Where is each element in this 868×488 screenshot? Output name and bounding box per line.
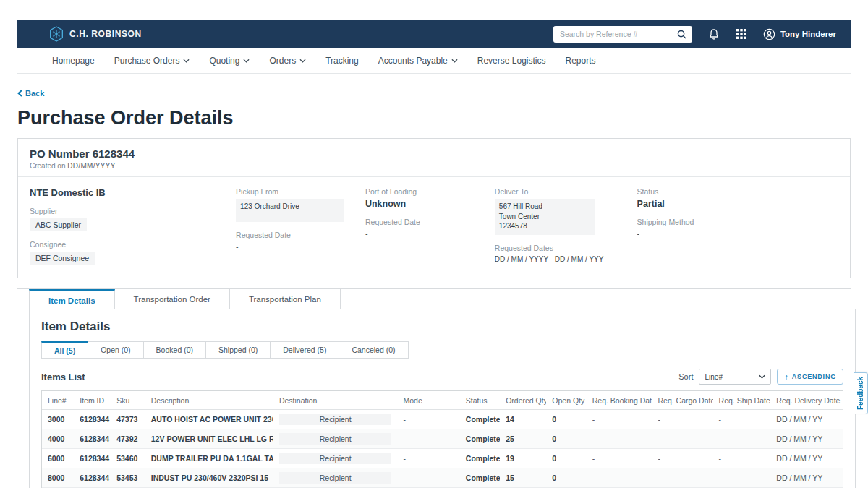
cell-req-cargo-date: - <box>652 449 712 468</box>
table-row: 3000 6128344 47373 AUTO HOIST AC POWER U… <box>42 410 843 429</box>
col-status: Status <box>460 391 500 410</box>
user-menu[interactable]: Tony Hinderer <box>763 28 836 40</box>
feedback-button[interactable]: Feedback <box>854 372 868 414</box>
chr-hexagon-logo-icon <box>49 26 64 42</box>
cell-sku: 53460 <box>111 449 145 468</box>
notifications-bell-icon[interactable] <box>708 28 720 40</box>
cell-req-booking-date: - <box>587 429 652 449</box>
cell-ordered-qty: 14 <box>500 410 546 429</box>
cell-req-delivery-date: DD / MM / YY <box>770 410 843 429</box>
supplier-value: ABC Supplier <box>30 218 87 231</box>
nav-accounts-payable[interactable]: Accounts Payable <box>378 56 458 66</box>
global-search <box>553 26 692 43</box>
filter-tab-canceled[interactable]: Canceled (0) <box>339 341 408 359</box>
shipping-method-value: - <box>637 229 838 238</box>
cell-req-ship-date: - <box>713 429 771 449</box>
cell-ordered-qty: 15 <box>500 468 546 488</box>
chevron-left-icon <box>17 90 22 97</box>
cell-line: 3000 <box>42 410 74 429</box>
po-number: PO Number 6128344 <box>30 147 838 160</box>
nav-purchase-orders[interactable]: Purchase Orders <box>114 56 190 66</box>
nav-orders[interactable]: Orders <box>269 56 306 66</box>
tab-transportation-plan[interactable]: Transportation Plan <box>230 289 341 310</box>
main-nav: Homepage Purchase Orders Quoting Orders … <box>17 48 851 74</box>
cell-req-booking-date: - <box>587 410 652 429</box>
apps-grid-icon[interactable] <box>736 28 747 40</box>
requested-dates-label: Requested Dates <box>495 244 637 252</box>
col-req-booking-date: Req. Booking Date <box>587 391 652 410</box>
items-list-heading: Items List <box>41 372 85 382</box>
sort-label: Sort <box>678 372 693 381</box>
col-req-cargo-date: Req. Cargo Date <box>652 391 712 410</box>
cell-item-id: 6128344 <box>74 449 111 468</box>
status-label: Status <box>637 187 838 196</box>
sort-controls: Sort Line# ↑ ASCENDING <box>678 369 843 385</box>
nav-reverse-logistics[interactable]: Reverse Logistics <box>477 56 546 66</box>
requested-dates-value: DD / MM / YYYY - DD / MM / YYY <box>495 255 637 263</box>
brand-name: C.H. ROBINSON <box>69 29 142 39</box>
cell-destination: Recipient <box>273 468 398 488</box>
tab-item-details[interactable]: Item Details <box>29 289 115 310</box>
col-destination: Destination <box>273 391 398 410</box>
cell-sku: 47373 <box>111 410 145 429</box>
filter-tab-delivered[interactable]: Delivered (5) <box>271 341 339 359</box>
po-created-on: Created on DD/MM/YYYY <box>30 162 838 170</box>
chevron-down-icon <box>759 374 765 379</box>
port-of-loading-value: Unknown <box>365 199 495 209</box>
cell-req-booking-date: - <box>587 468 652 488</box>
filter-tab-booked[interactable]: Booked (0) <box>144 341 206 359</box>
item-details-panel: Item Details All (5) Open (0) Booked (0)… <box>29 309 856 488</box>
cell-description: 12V POWER UNIT ELEC LHL LG RES <box>145 429 273 449</box>
brand-logo[interactable]: C.H. ROBINSON <box>49 26 142 42</box>
tab-transportation-order[interactable]: Transportation Order <box>115 289 230 310</box>
cell-req-cargo-date: - <box>652 429 712 449</box>
nav-tracking[interactable]: Tracking <box>326 56 359 66</box>
filter-tab-open[interactable]: Open (0) <box>88 341 143 359</box>
col-req-delivery-date: Req. Delivery Date <box>770 391 843 410</box>
cell-destination: Recipient <box>273 429 398 449</box>
table-row: 4000 6128344 47392 12V POWER UNIT ELEC L… <box>42 429 843 449</box>
sort-direction-button[interactable]: ↑ ASCENDING <box>777 369 843 385</box>
sort-select[interactable]: Line# <box>699 369 771 385</box>
deliver-to-label: Deliver To <box>495 187 637 196</box>
back-link[interactable]: Back <box>17 89 44 98</box>
cell-description: DUMP TRAILER PU DA 1.1GAL TANK <box>145 449 273 468</box>
deliver-to-value: 567 Hill Road Town Center 1234578 <box>495 199 595 235</box>
cell-req-ship-date: - <box>713 410 771 429</box>
po-summary-card: PO Number 6128344 Created on DD/MM/YYYY … <box>17 138 851 278</box>
cell-description: AUTO HOIST AC POWER UNIT 230V <box>145 410 273 429</box>
cell-mode: - <box>397 429 459 449</box>
chevron-down-icon <box>451 59 458 63</box>
port-requested-date-value: - <box>365 229 495 238</box>
nav-reports[interactable]: Reports <box>566 56 596 66</box>
arrow-up-icon: ↑ <box>784 372 788 381</box>
status-value: Partial <box>637 199 838 209</box>
cell-req-delivery-date: DD / MM / YY <box>770 468 843 488</box>
page-title: Purchase Order Details <box>17 107 851 129</box>
filter-tab-shipped[interactable]: Shipped (0) <box>206 341 271 359</box>
search-icon[interactable] <box>676 29 687 43</box>
cell-open-qty: 0 <box>546 449 586 468</box>
cell-line: 8000 <box>42 468 74 488</box>
pickup-requested-date-value: - <box>236 242 365 251</box>
cell-req-cargo-date: - <box>652 410 712 429</box>
pickup-from-value: 123 Orchard Drive <box>236 199 344 222</box>
status-filter-tabs: All (5) Open (0) Booked (0) Shipped (0) … <box>41 341 843 359</box>
cell-item-id: 6128344 <box>74 429 111 449</box>
cell-req-delivery-date: DD / MM / YY <box>770 449 843 468</box>
cell-line: 6000 <box>42 449 74 468</box>
filter-tab-all[interactable]: All (5) <box>41 341 88 359</box>
cell-req-delivery-date: DD / MM / YY <box>770 429 843 449</box>
chevron-down-icon <box>299 59 306 63</box>
detail-tabstrip: Item Details Transportation Order Transp… <box>17 289 851 309</box>
user-name: Tony Hinderer <box>780 30 836 38</box>
cell-sku: 53453 <box>111 468 145 488</box>
nav-quoting[interactable]: Quoting <box>209 56 250 66</box>
cell-description: INDUST PU 230/460V 2320PSI 15 <box>145 468 273 488</box>
port-requested-date-label: Requested Date <box>365 218 495 226</box>
nav-homepage[interactable]: Homepage <box>52 56 95 66</box>
cell-open-qty: 0 <box>546 468 586 488</box>
search-input[interactable] <box>553 26 692 43</box>
consignee-value: DEF Consignee <box>30 252 95 265</box>
col-description: Description <box>145 391 273 410</box>
